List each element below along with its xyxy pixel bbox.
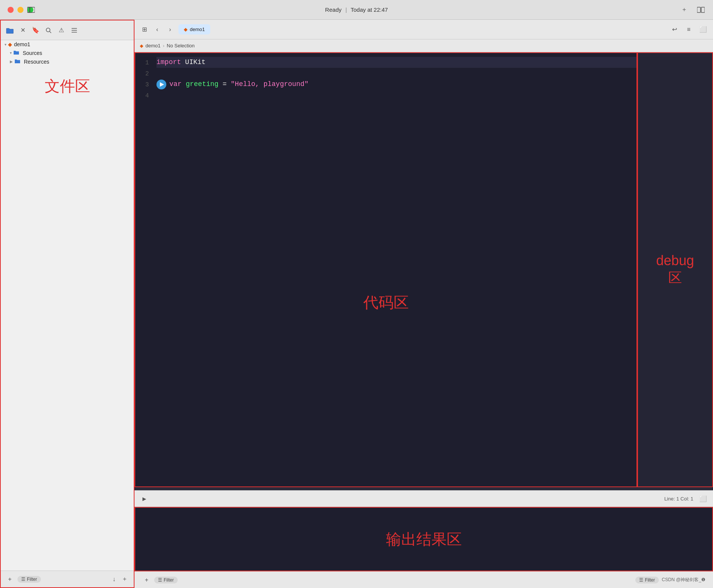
- editor-toolbar-left: ⊞ ‹ › ◆ demo1: [140, 24, 210, 34]
- run-button[interactable]: [156, 80, 166, 89]
- sources-item[interactable]: ▾ Sources: [1, 48, 134, 57]
- titlebar-actions: ＋: [680, 5, 705, 14]
- line-num-1: 1: [135, 58, 149, 69]
- code-line-4[interactable]: [156, 90, 636, 101]
- back-icon[interactable]: ‹: [153, 25, 162, 34]
- run-icon[interactable]: ▶: [140, 494, 149, 503]
- svg-line-6: [50, 31, 51, 33]
- code-zone-label: 代码区: [363, 292, 409, 313]
- empty-line-4: [156, 90, 161, 101]
- bottom-split-icon[interactable]: ⬜: [699, 494, 708, 503]
- code-editor: 1 2 3 4 import UIKit: [134, 52, 637, 487]
- add-plus-icon[interactable]: ＋: [120, 575, 129, 584]
- svg-rect-4: [701, 7, 705, 13]
- keyword-var: var: [169, 79, 181, 90]
- split-editor-icon[interactable]: [696, 5, 705, 14]
- status-bar-right: ☰ Filter CSDN @神秘剑客_❶: [635, 577, 705, 583]
- sidebar-toggle-icon[interactable]: [27, 5, 36, 14]
- list-icon[interactable]: [70, 27, 78, 34]
- filter-label: Filter: [27, 577, 37, 582]
- close-filter-icon[interactable]: ✕: [19, 27, 27, 34]
- titlebar-status: Ready | Today at 22:47: [325, 6, 388, 13]
- tab-swift-icon: ◆: [184, 27, 188, 32]
- code-content: 1 2 3 4 import UIKit: [135, 53, 636, 486]
- code-lines[interactable]: import UIKit var: [154, 57, 636, 483]
- download-icon[interactable]: ↓: [109, 575, 119, 584]
- svg-rect-1: [27, 7, 35, 13]
- svg-rect-0: [27, 7, 30, 13]
- svg-rect-3: [697, 7, 700, 13]
- sources-label: Sources: [23, 50, 42, 56]
- split-view-icon[interactable]: ⬜: [699, 25, 708, 34]
- resources-chevron: ▶: [10, 59, 13, 64]
- line-num-4: 4: [135, 91, 149, 102]
- right-panel: ⊞ ‹ › ◆ demo1 ↩ ≡ ⬜ ◆ demo1 › No Selecti…: [134, 20, 713, 588]
- attribution-label: CSDN @神秘剑客_❶: [662, 577, 705, 583]
- breadcrumb-project[interactable]: demo1: [145, 43, 161, 48]
- folder-icon[interactable]: [6, 27, 14, 34]
- debug-panel: debug 区: [637, 52, 713, 487]
- output-area: 输出结果区: [134, 507, 713, 571]
- root-chevron: ▾: [5, 42, 6, 47]
- code-line-1[interactable]: import UIKit: [156, 57, 636, 68]
- demo1-tab[interactable]: ◆ demo1: [178, 24, 210, 34]
- breadcrumb-sep: ›: [163, 43, 164, 48]
- equals: =: [219, 79, 231, 90]
- line-num-2: 2: [135, 69, 149, 80]
- code-line-2[interactable]: [156, 68, 636, 79]
- status-filter-pill[interactable]: ☰ Filter: [154, 577, 178, 583]
- keyword-import: import: [156, 57, 181, 68]
- line-col-label: Line: 1 Col: 1: [664, 496, 693, 502]
- filter-pill[interactable]: ☰ Filter: [17, 576, 41, 583]
- root-label: demo1: [14, 41, 30, 47]
- return-icon[interactable]: ↩: [670, 25, 679, 34]
- bookmark-icon[interactable]: 🔖: [32, 27, 39, 34]
- debug-zone-label: debug 区: [656, 253, 694, 287]
- titlebar: Ready | Today at 22:47 ＋: [0, 0, 713, 20]
- code-line-3[interactable]: var greeting = "Hello, playground": [156, 79, 636, 90]
- tab-label: demo1: [190, 27, 205, 32]
- status-add-icon[interactable]: +: [142, 575, 151, 585]
- sidebar-footer-left: + ☰ Filter: [5, 575, 41, 584]
- vertical-splitter[interactable]: [134, 487, 713, 490]
- status-bar: + ☰ Filter ☰ Filter CSDN @神秘剑客_❶: [134, 571, 713, 588]
- breadcrumb-swift-icon: ◆: [140, 43, 143, 48]
- add-file-button[interactable]: +: [5, 575, 14, 584]
- editor-toolbar: ⊞ ‹ › ◆ demo1 ↩ ≡ ⬜: [134, 20, 713, 39]
- sidebar-zone-label-area: 文件区: [1, 68, 134, 104]
- minimize-button[interactable]: [17, 7, 23, 13]
- sidebar: ✕ 🔖 ⚠ ▾ ◆ demo1 ▾ Sources ▶: [0, 20, 134, 588]
- forward-icon[interactable]: ›: [166, 25, 175, 34]
- file-tree-root[interactable]: ▾ ◆ demo1: [1, 40, 134, 48]
- breadcrumb: ◆ demo1 › No Selection: [134, 39, 713, 52]
- warning-icon[interactable]: ⚠: [58, 27, 65, 34]
- status-right-filter-pill[interactable]: ☰ Filter: [635, 577, 659, 583]
- var-name: greeting: [186, 79, 218, 90]
- resources-item[interactable]: ▶ Resources: [1, 57, 134, 66]
- resources-label: Resources: [24, 59, 49, 65]
- main-layout: ✕ 🔖 ⚠ ▾ ◆ demo1 ▾ Sources ▶: [0, 20, 713, 588]
- run-triangle-icon: [160, 82, 164, 87]
- bottom-toolbar-right: Line: 1 Col: 1 ⬜: [664, 494, 708, 503]
- lines-icon[interactable]: ≡: [684, 25, 693, 34]
- add-tab-icon[interactable]: ＋: [680, 5, 689, 14]
- close-button[interactable]: [8, 7, 14, 13]
- svg-point-5: [46, 28, 50, 32]
- import-target: UIKit: [181, 57, 206, 68]
- search-icon[interactable]: [45, 27, 52, 34]
- sidebar-toolbar: ✕ 🔖 ⚠: [1, 20, 134, 40]
- editor-area: 1 2 3 4 import UIKit: [134, 52, 713, 487]
- string-value: "Hello, playground": [231, 79, 308, 90]
- sources-chevron: ▾: [10, 51, 12, 55]
- output-zone-label: 输出结果区: [386, 529, 462, 550]
- sidebar-zone-label: 文件区: [45, 76, 90, 97]
- resources-folder-icon: [14, 58, 20, 65]
- breadcrumb-selection: No Selection: [167, 43, 195, 48]
- grid-icon[interactable]: ⊞: [140, 25, 149, 34]
- empty-line: [156, 68, 161, 79]
- editor-toolbar-right: ↩ ≡ ⬜: [670, 25, 708, 34]
- line-num-3: 3: [135, 80, 149, 91]
- status-right-filter-chevron: ☰: [639, 577, 643, 583]
- status-bar-left: + ☰ Filter: [142, 575, 178, 585]
- bottom-toolbar: ▶ Line: 1 Col: 1 ⬜: [134, 490, 713, 507]
